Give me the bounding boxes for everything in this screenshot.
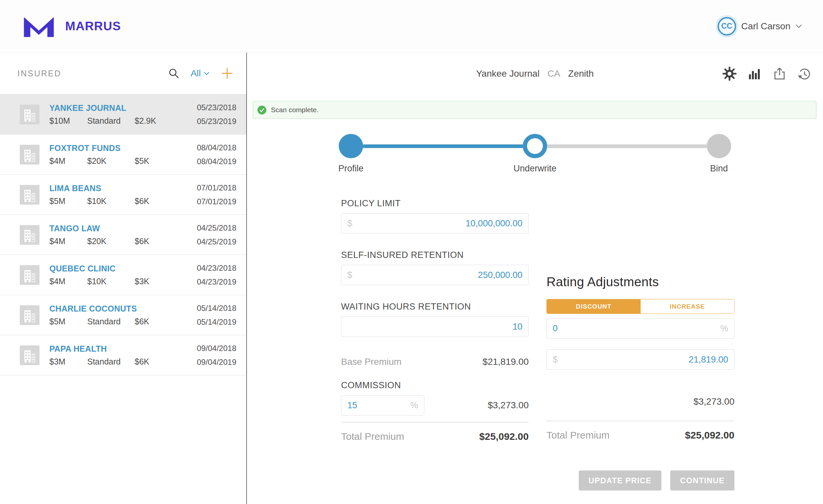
building-icon — [20, 225, 39, 245]
insured-retention: $10K — [87, 196, 135, 206]
sir-input[interactable] — [356, 270, 522, 280]
policy-limit-input[interactable] — [356, 218, 522, 229]
banner-message: Scan complete. — [271, 106, 319, 114]
insured-dates: 09/04/2018 09/04/2019 — [197, 341, 236, 369]
insured-info: YANKEE JOURNAL $10MStandard$2.9K — [49, 103, 197, 126]
insured-info: TANGO LAW $4M$20K$6K — [49, 224, 197, 246]
success-banner: Scan complete. — [253, 101, 816, 119]
stepper-labels: Profile Underwrite Bind — [339, 164, 731, 175]
commission-input[interactable] — [347, 401, 406, 411]
insured-list: YANKEE JOURNAL $10MStandard$2.9K 05/23/2… — [0, 94, 246, 375]
insured-name: YANKEE JOURNAL — [49, 103, 197, 113]
building-icon — [20, 104, 39, 124]
date-end: 07/01/2019 — [197, 195, 236, 209]
divider — [546, 421, 734, 421]
chevron-down-icon — [204, 72, 209, 75]
export-button[interactable] — [772, 66, 787, 81]
insured-item[interactable]: FOXTROT FUNDS $4M$20K$5K 08/04/2018 08/0… — [0, 135, 246, 175]
step-underwrite-label: Underwrite — [514, 164, 557, 174]
insured-name: QUEBEC CLINIC — [49, 264, 197, 273]
adjusted-commission-amount: $3,273.00 — [546, 397, 734, 407]
date-start: 08/04/2018 — [197, 141, 236, 155]
insured-dates: 04/25/2018 04/25/2019 — [197, 221, 236, 249]
insured-limit: $4M — [49, 277, 87, 286]
continue-button[interactable]: CONTINUE — [670, 470, 734, 491]
settings-button[interactable] — [722, 66, 737, 81]
waiting-hours-input[interactable] — [347, 322, 522, 332]
insured-premium: $6K — [135, 357, 149, 366]
add-insured-button[interactable] — [220, 67, 234, 80]
sir-field[interactable]: $ — [341, 265, 529, 285]
insured-retention: Standard — [87, 317, 135, 326]
underwrite-content: POLICY LIMIT $ SELF-INSURED RETENTION $ … — [247, 198, 823, 491]
insured-info: LIMA BEANS $5M$10K$6K — [49, 184, 197, 206]
step-bind-dot[interactable] — [707, 134, 731, 158]
stepper-bar-upcoming — [547, 145, 707, 148]
topbar: MARRUS CC Carl Carson — [0, 0, 823, 53]
avatar[interactable]: CC — [718, 17, 736, 35]
insured-item[interactable]: CHARLIE COCONUTS $5MStandard$6K 05/14/20… — [0, 295, 246, 335]
user-name: Carl Carson — [742, 21, 790, 32]
insured-premium: $3K — [135, 277, 149, 286]
percent-suffix: % — [410, 401, 418, 411]
policy-limit-field[interactable]: $ — [341, 213, 529, 234]
check-circle-icon — [258, 105, 266, 114]
commission-label: COMMISSION — [341, 380, 529, 391]
date-end: 05/14/2019 — [197, 315, 236, 329]
sidebar-tools: All — [168, 67, 234, 80]
breadcrumb: Yankee Journal CA Zenith — [476, 68, 594, 79]
toolbar — [722, 66, 812, 81]
stepper-track — [339, 134, 731, 158]
building-icon — [20, 345, 39, 365]
base-premium-row: Base Premium $21,819.00 — [341, 356, 529, 367]
discount-toggle[interactable]: DISCOUNT — [547, 299, 641, 313]
waiting-hours-field[interactable] — [341, 316, 529, 337]
insured-item[interactable]: LIMA BEANS $5M$10K$6K 07/01/2018 07/01/2… — [0, 175, 246, 215]
adjustment-percent-input[interactable] — [553, 323, 716, 333]
filter-dropdown[interactable]: All — [191, 68, 209, 79]
stepper: Profile Underwrite Bind — [339, 134, 731, 175]
adjusted-total-premium-label: Total Premium — [546, 430, 610, 441]
insured-item[interactable]: PAPA HEALTH $3MStandard$6K 09/04/2018 09… — [0, 335, 246, 375]
adjustment-percent-field[interactable]: % — [546, 318, 734, 338]
brand: MARRUS — [21, 13, 121, 39]
rating-adjustments-title: Rating Adjustments — [546, 275, 734, 289]
increase-toggle[interactable]: INCREASE — [641, 299, 734, 313]
insured-dates: 05/23/2018 05/23/2019 — [197, 101, 236, 128]
adjusted-premium-input[interactable] — [561, 355, 728, 365]
insured-item[interactable]: QUEBEC CLINIC $4M$10K$3K 04/23/2018 04/2… — [0, 255, 246, 295]
update-price-button[interactable]: UPDATE PRICE — [579, 470, 661, 491]
date-start: 05/23/2018 — [197, 101, 236, 114]
history-button[interactable] — [797, 66, 812, 81]
main-header: Yankee Journal CA Zenith — [247, 53, 823, 94]
search-button[interactable] — [168, 68, 179, 79]
adjusted-total-premium-value: $25,092.00 — [685, 430, 734, 441]
percent-suffix: % — [720, 323, 728, 333]
commission-field[interactable]: % — [341, 395, 424, 416]
building-icon — [20, 145, 39, 165]
insured-premium: $6K — [135, 237, 149, 246]
user-menu[interactable]: CC Carl Carson — [715, 17, 802, 35]
step-underwrite-dot[interactable] — [523, 134, 547, 158]
sidebar-title: INSURED — [17, 69, 168, 78]
building-icon — [20, 265, 39, 285]
step-profile-label: Profile — [338, 164, 364, 174]
breadcrumb-carrier: Zenith — [568, 68, 594, 79]
date-end: 04/23/2019 — [197, 275, 236, 289]
adjusted-premium-field[interactable]: $ — [546, 349, 734, 370]
reports-button[interactable] — [747, 66, 762, 81]
rating-adjustments-panel: Rating Adjustments DISCOUNT INCREASE % $… — [546, 198, 734, 491]
total-premium-label: Total Premium — [341, 431, 404, 442]
step-profile-dot[interactable] — [339, 134, 363, 158]
insured-info: QUEBEC CLINIC $4M$10K$3K — [49, 264, 197, 286]
insured-limit: $5M — [49, 196, 87, 206]
date-end: 09/04/2019 — [197, 355, 236, 369]
divider — [341, 422, 529, 423]
waiting-hours-label: WAITING HOURS RETENTION — [341, 302, 529, 312]
insured-item[interactable]: TANGO LAW $4M$20K$6K 04/25/2018 04/25/20… — [0, 215, 246, 255]
insured-name: CHARLIE COCONUTS — [49, 304, 197, 313]
insured-item[interactable]: YANKEE JOURNAL $10MStandard$2.9K 05/23/2… — [0, 94, 246, 135]
insured-values: $10MStandard$2.9K — [49, 116, 197, 126]
main-panel: Yankee Journal CA Zenith — [247, 53, 823, 504]
insured-retention: Standard — [87, 116, 135, 126]
